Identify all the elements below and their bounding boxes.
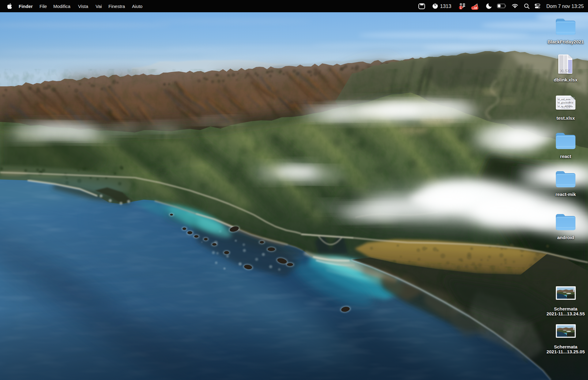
svg-text:Vid: Vid bbox=[570, 101, 574, 104]
svg-text:XLSX: XLSX bbox=[560, 69, 570, 73]
svg-text:XLSX: XLSX bbox=[561, 106, 571, 109]
svg-text:bf_giochixb: bf_giochixb bbox=[558, 101, 570, 104]
svg-text:..18: ..18 bbox=[473, 6, 477, 9]
svg-text:1: 1 bbox=[460, 6, 462, 9]
svg-text:bf_ssd_nvm: bf_ssd_nvm bbox=[558, 98, 571, 101]
